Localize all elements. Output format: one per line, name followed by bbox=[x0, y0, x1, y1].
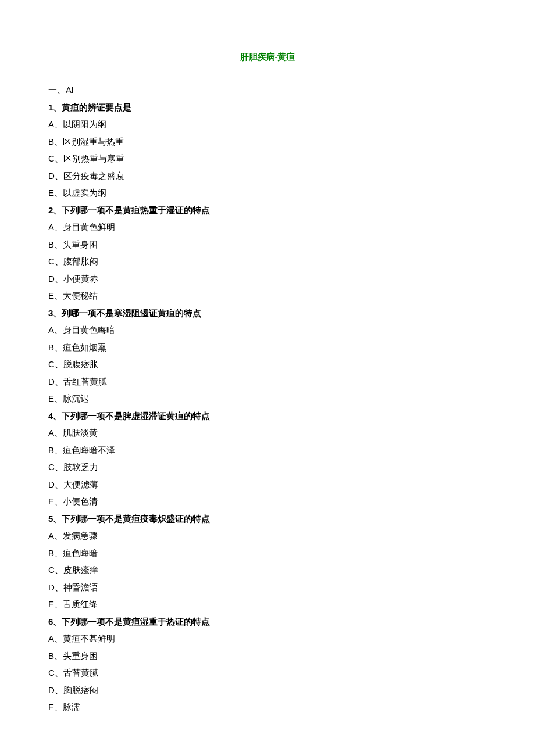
question-option: B、头重身困 bbox=[48, 651, 487, 660]
question-option: C、舌苔黄腻 bbox=[48, 668, 487, 677]
question-option: A、肌肤淡黄 bbox=[48, 428, 487, 437]
question-option: A、黄疸不甚鲜明 bbox=[48, 634, 487, 643]
question-stem: 6、下列哪一项不是黄疸湿重于热证的特点 bbox=[48, 617, 487, 626]
question-option: D、区分疫毒之盛衰 bbox=[48, 171, 487, 180]
question-stem: 5、下列哪一项不是黄疸疫毒炽盛证的特点 bbox=[48, 514, 487, 523]
question-option: B、疸色晦暗不泽 bbox=[48, 446, 487, 454]
question-option: C、肢软乏力 bbox=[48, 463, 487, 471]
question-option: E、大便秘结 bbox=[48, 291, 487, 300]
question-option: D、舌红苔黄腻 bbox=[48, 377, 487, 386]
question-option: B、疸色晦暗 bbox=[48, 549, 487, 557]
question-option: E、以虚实为纲 bbox=[48, 188, 487, 197]
question-option: A、身目黄色晦暗 bbox=[48, 325, 487, 334]
question-option: C、区别热重与寒重 bbox=[48, 154, 487, 163]
question-stem: 3、列哪一项不是寒湿阻遏证黄疸的特点 bbox=[48, 309, 487, 317]
question-option: E、脉沉迟 bbox=[48, 394, 487, 403]
question-option: A、以阴阳为纲 bbox=[48, 120, 487, 128]
section-header: 一、Al bbox=[48, 85, 487, 94]
question-option: A、身目黄色鲜明 bbox=[48, 223, 487, 231]
question-option: B、区别湿重与热重 bbox=[48, 137, 487, 146]
question-option: D、小便黄赤 bbox=[48, 274, 487, 283]
question-option: C、皮肤瘙痒 bbox=[48, 565, 487, 574]
question-option: D、大便滤薄 bbox=[48, 480, 487, 489]
question-option: E、小便色清 bbox=[48, 497, 487, 506]
question-option: C、腹部胀闷 bbox=[48, 257, 487, 266]
question-option: A、发病急骤 bbox=[48, 531, 487, 540]
question-option: C、脱腹痞胀 bbox=[48, 360, 487, 368]
question-stem: 1、黄疸的辨证要点是 bbox=[48, 103, 487, 112]
question-stem: 2、下列哪一项不是黄疸热重于湿证的特点 bbox=[48, 206, 487, 214]
question-option: E、舌质红绛 bbox=[48, 600, 487, 608]
question-stem: 4、下列哪一项不是脾虚湿滞证黄疸的特点 bbox=[48, 411, 487, 420]
question-option: B、疸色如烟熏 bbox=[48, 343, 487, 352]
page-title: 肝胆疾病-黄疸 bbox=[48, 52, 487, 61]
question-option: D、胸脱痞闷 bbox=[48, 686, 487, 694]
question-option: D、神昏澹语 bbox=[48, 583, 487, 592]
question-option: B、头重身困 bbox=[48, 240, 487, 249]
question-option: E、脉濡 bbox=[48, 703, 487, 711]
